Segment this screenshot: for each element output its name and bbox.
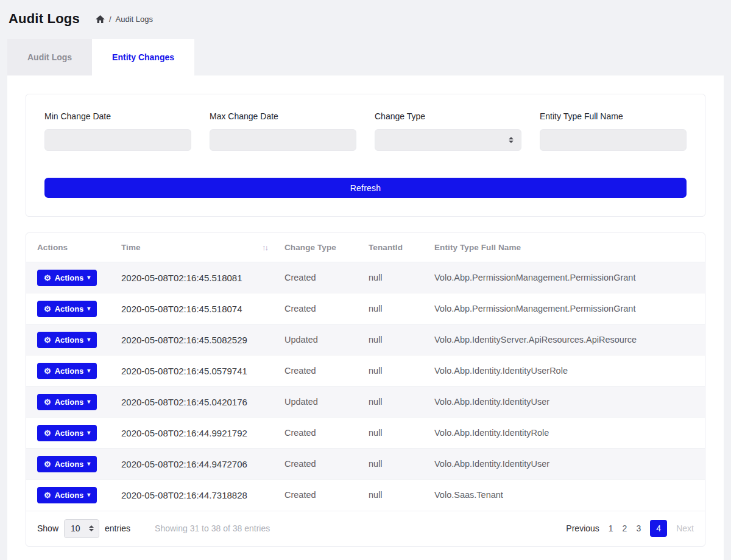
tenantid-cell: null [362, 387, 428, 418]
caret-down-icon: ▾ [87, 337, 90, 343]
table-row: ⚙Actions▾2020-05-08T02:16:44.7318828Crea… [26, 480, 705, 511]
change-type-cell: Created [278, 480, 362, 511]
caret-down-icon: ▾ [87, 306, 90, 312]
select-arrows-icon [509, 137, 514, 143]
tenantid-cell: null [362, 355, 428, 387]
entity-type-full-name-label: Entity Type Full Name [540, 111, 687, 121]
caret-down-icon: ▾ [87, 399, 90, 405]
pagination-pages: 1234 [609, 520, 667, 537]
breadcrumb-current: Audit Logs [116, 15, 153, 24]
pagination-page-4[interactable]: 4 [650, 520, 667, 537]
table-body: ⚙Actions▾2020-05-08T02:16:45.518081Creat… [26, 262, 705, 511]
actions-button-label: Actions [55, 491, 84, 500]
gear-icon: ⚙ [44, 429, 51, 437]
actions-cell: ⚙Actions▾ [26, 387, 115, 418]
max-change-date-input[interactable] [210, 129, 356, 151]
show-label: Show [37, 523, 58, 533]
row-actions-button[interactable]: ⚙Actions▾ [37, 270, 97, 286]
pagination-page-2[interactable]: 2 [623, 523, 627, 533]
row-actions-button[interactable]: ⚙Actions▾ [37, 332, 97, 348]
tab-entity-changes[interactable]: Entity Changes [92, 39, 194, 75]
column-header-change-type: Change Type [278, 233, 362, 262]
row-actions-button[interactable]: ⚙Actions▾ [37, 363, 97, 379]
actions-cell: ⚙Actions▾ [26, 480, 115, 511]
entries-summary: Showing 31 to 38 of 38 entries [155, 523, 270, 533]
column-header-actions: Actions [26, 233, 115, 262]
change-type-select[interactable] [375, 129, 521, 151]
caret-down-icon: ▾ [87, 492, 90, 498]
refresh-button[interactable]: Refresh [44, 178, 687, 198]
time-cell: 2020-05-08T02:16:44.9921792 [115, 418, 278, 449]
caret-down-icon: ▾ [87, 430, 90, 436]
tab-bar: Audit Logs Entity Changes [7, 39, 724, 75]
table-row: ⚙Actions▾2020-05-08T02:16:45.0579741Crea… [26, 355, 705, 387]
page-size-select[interactable]: 10 [64, 519, 99, 538]
table-card: Actions Time ↑↓ Change Type TenantId Ent… [26, 233, 705, 547]
entity-type-cell: Volo.Saas.Tenant [428, 480, 705, 511]
table-row: ⚙Actions▾2020-05-08T02:16:45.5082529Upda… [26, 324, 705, 355]
caret-down-icon: ▾ [87, 275, 90, 281]
actions-cell: ⚙Actions▾ [26, 418, 115, 449]
row-actions-button[interactable]: ⚙Actions▾ [37, 425, 97, 441]
gear-icon: ⚙ [44, 491, 51, 499]
page-size-value: 10 [71, 523, 80, 533]
table-row: ⚙Actions▾2020-05-08T02:16:44.9472706Crea… [26, 449, 705, 480]
row-actions-button[interactable]: ⚙Actions▾ [37, 394, 97, 410]
time-cell: 2020-05-08T02:16:44.7318828 [115, 480, 278, 511]
change-type-cell: Created [278, 262, 362, 293]
page: Audit Logs / Audit Logs Audit Logs Entit… [0, 0, 731, 560]
pagination-previous[interactable]: Previous [566, 523, 599, 533]
filter-field-entity-type-full-name: Entity Type Full Name [540, 111, 687, 151]
filter-grid: Min Change Date Max Change Date Change T… [44, 111, 687, 151]
content: Audit Logs Entity Changes Min Change Dat… [7, 39, 724, 560]
column-header-time[interactable]: Time ↑↓ [115, 233, 278, 262]
pagination: Previous 1234 Next [566, 520, 694, 537]
gear-icon: ⚙ [44, 367, 51, 375]
gear-icon: ⚙ [44, 398, 51, 406]
filter-field-max-change-date: Max Change Date [210, 111, 356, 151]
table-row: ⚙Actions▾2020-05-08T02:16:44.9921792Crea… [26, 418, 705, 449]
entity-type-cell: Volo.Abp.Identity.IdentityUser [428, 387, 705, 418]
page-title: Audit Logs [9, 11, 80, 27]
pagination-page-3[interactable]: 3 [636, 523, 641, 533]
breadcrumb-separator: / [109, 15, 111, 24]
gear-icon: ⚙ [44, 336, 51, 344]
caret-down-icon: ▾ [87, 368, 90, 374]
pagination-page-1[interactable]: 1 [609, 523, 613, 533]
filter-field-min-change-date: Min Change Date [44, 111, 191, 151]
entity-type-cell: Volo.Abp.Identity.IdentityRole [428, 418, 705, 449]
filter-field-change-type: Change Type [375, 111, 521, 151]
min-change-date-input[interactable] [44, 129, 191, 151]
actions-button-label: Actions [55, 273, 84, 282]
page-header: Audit Logs / Audit Logs [0, 0, 731, 35]
entity-changes-table: Actions Time ↑↓ Change Type TenantId Ent… [26, 233, 705, 511]
tenantid-cell: null [362, 293, 428, 324]
tab-audit-logs[interactable]: Audit Logs [7, 39, 92, 75]
actions-button-label: Actions [55, 460, 84, 469]
row-actions-button[interactable]: ⚙Actions▾ [37, 301, 97, 317]
entity-type-full-name-input[interactable] [540, 129, 687, 151]
pagination-next: Next [676, 523, 694, 533]
sort-icon[interactable]: ↑↓ [262, 243, 267, 252]
row-actions-button[interactable]: ⚙Actions▾ [37, 487, 97, 503]
time-cell: 2020-05-08T02:16:45.5082529 [115, 324, 278, 355]
change-type-cell: Created [278, 293, 362, 324]
min-change-date-label: Min Change Date [44, 111, 191, 121]
home-icon[interactable] [96, 15, 105, 23]
actions-button-label: Actions [55, 397, 84, 407]
table-row: ⚙Actions▾2020-05-08T02:16:45.0420176Upda… [26, 387, 705, 418]
gear-icon: ⚙ [44, 305, 51, 313]
change-type-cell: Updated [278, 324, 362, 355]
change-type-label: Change Type [375, 111, 521, 121]
entity-type-cell: Volo.Abp.Identity.IdentityUserRole [428, 355, 705, 387]
change-type-cell: Created [278, 449, 362, 480]
entity-type-cell: Volo.Abp.Identity.IdentityUser [428, 449, 705, 480]
actions-cell: ⚙Actions▾ [26, 355, 115, 387]
row-actions-button[interactable]: ⚙Actions▾ [37, 456, 97, 472]
select-arrows-icon [89, 525, 94, 531]
tenantid-cell: null [362, 480, 428, 511]
time-cell: 2020-05-08T02:16:45.0420176 [115, 387, 278, 418]
entity-changes-panel: Min Change Date Max Change Date Change T… [7, 75, 724, 560]
entries-label: entries [105, 523, 130, 533]
table-footer: Show 10 entries Showing 31 to 38 of 38 e… [26, 511, 705, 546]
